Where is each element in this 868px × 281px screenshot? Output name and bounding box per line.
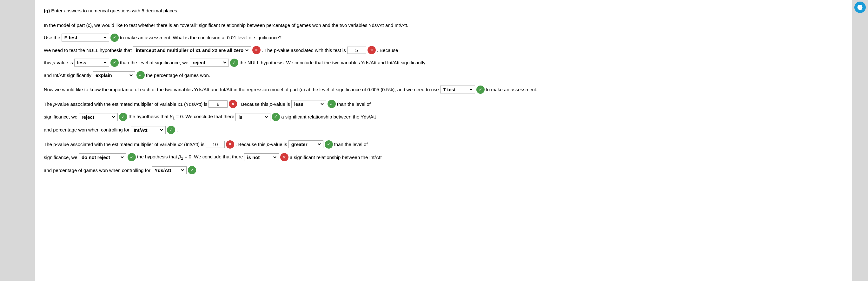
x2-control-select[interactable]: Yds/Att Int/Att bbox=[153, 167, 185, 173]
null-hyp-select[interactable]: intercept and multiplier of x1 and x2 ar… bbox=[134, 47, 249, 53]
explain-select-container[interactable]: explain do not explain bbox=[93, 71, 135, 79]
null-conclusion-text: the NULL hypothesis. We conclude that th… bbox=[240, 58, 426, 68]
explain-check-icon: ✓ bbox=[136, 71, 145, 79]
x2-greater-select[interactable]: greater less bbox=[290, 141, 322, 147]
x1-sig-rel-text: a significant relationship between the Y… bbox=[281, 112, 376, 122]
para1-line5: and Int/Att significantly explain do not… bbox=[44, 70, 843, 80]
x1-is-select-container[interactable]: is is not bbox=[236, 113, 270, 121]
x2-reject-select-container[interactable]: do not reject reject bbox=[79, 153, 126, 161]
x2-isnot-select[interactable]: is not is bbox=[246, 154, 277, 160]
main-content: (g) Enter answers to numerical questions… bbox=[35, 0, 852, 281]
x1-control-select-container[interactable]: Int/Att Yds/Att bbox=[131, 126, 166, 134]
this-pvalue-text: this p-value is bbox=[44, 58, 73, 68]
pvalue-text: . The p-value associated with this test … bbox=[262, 45, 346, 56]
chat-icon[interactable] bbox=[854, 2, 866, 13]
pvalue-input[interactable] bbox=[347, 46, 366, 54]
test-check-icon: ✓ bbox=[111, 34, 119, 42]
para2-test-select[interactable]: T-test F-test bbox=[442, 86, 473, 93]
x1-pvalue-text: The p-value associated with the estimate… bbox=[44, 99, 207, 109]
less-check-icon: ✓ bbox=[111, 59, 119, 67]
x1-control-text: and percentage won when controlling for bbox=[44, 125, 129, 135]
x1-reject-select-container[interactable]: reject do not reject bbox=[79, 113, 118, 121]
para2-test-select-container[interactable]: T-test F-test bbox=[440, 85, 475, 94]
than-sig-text: than the level of significance, we bbox=[120, 58, 188, 68]
less-select[interactable]: less greater bbox=[76, 60, 107, 66]
x1-less-select-container[interactable]: less greater bbox=[291, 100, 326, 108]
to-make-text: to make an assessment. What is the concl… bbox=[120, 33, 281, 43]
section-instruction: Enter answers to numerical questions wit… bbox=[51, 6, 178, 16]
left-sidebar bbox=[0, 0, 35, 281]
null-hyp-intro: We need to test the NULL hypothesis that bbox=[44, 45, 132, 56]
para2-check-icon: ✓ bbox=[476, 85, 485, 94]
because-text: . Because bbox=[377, 45, 398, 56]
less-select-container[interactable]: less greater bbox=[74, 59, 109, 67]
x1-pvalue-input[interactable] bbox=[209, 100, 227, 108]
test-select-container[interactable]: F-test T-test Chi-square test bbox=[62, 34, 109, 41]
para1-line4: this p-value is less greater ✓ than the … bbox=[44, 58, 843, 68]
x1-less-check-icon: ✓ bbox=[328, 100, 336, 108]
x2-greater-select-container[interactable]: greater less bbox=[288, 140, 323, 148]
x2-sig-rel-text: a significant relationship between the I… bbox=[290, 152, 381, 163]
para2-intro-text: Now we would like to know the importance… bbox=[44, 84, 439, 95]
section-label: (g) bbox=[44, 6, 50, 16]
x2-reject-select[interactable]: do not reject reject bbox=[80, 154, 125, 160]
null-hyp-x-icon: ✕ bbox=[252, 46, 260, 54]
test-select[interactable]: F-test T-test Chi-square test bbox=[63, 35, 107, 40]
x1-is-check-icon: ✓ bbox=[272, 113, 280, 121]
x2-significance-text: significance, we bbox=[44, 152, 78, 163]
x2-isnot-select-container[interactable]: is not is bbox=[244, 153, 279, 161]
para4-line1: The p-value associated with the estimate… bbox=[44, 139, 843, 149]
x1-reject-select[interactable]: reject do not reject bbox=[80, 114, 116, 120]
section-header: (g) Enter answers to numerical questions… bbox=[44, 6, 843, 16]
x1-because-text: . Because this p-value is bbox=[238, 99, 290, 109]
para3-line2: significance, we reject do not reject ✓ … bbox=[44, 111, 843, 122]
x1-than-sig-text: than the level of bbox=[337, 99, 371, 109]
x2-greater-check-icon: ✓ bbox=[325, 140, 333, 149]
para2-to-make: to make an assessment. bbox=[486, 84, 538, 95]
right-sidebar bbox=[852, 0, 868, 281]
x2-control-check-icon: ✓ bbox=[188, 166, 196, 174]
para1-intro-text: In the model of part (c), we would like … bbox=[44, 20, 408, 30]
para1-line2: Use the F-test T-test Chi-square test ✓ … bbox=[44, 33, 843, 43]
x1-control-select[interactable]: Int/Att Yds/Att bbox=[132, 127, 164, 133]
x2-control-select-container[interactable]: Yds/Att Int/Att bbox=[152, 166, 187, 174]
para3-line1: The p-value associated with the estimate… bbox=[44, 99, 843, 109]
x1-control-check-icon: ✓ bbox=[167, 126, 175, 134]
explain-select[interactable]: explain do not explain bbox=[94, 72, 134, 78]
para4-line3: and percentage of games won when control… bbox=[44, 165, 843, 176]
x2-isnot-x-icon: ✕ bbox=[280, 153, 288, 161]
x1-significance-text: significance, we bbox=[44, 112, 78, 122]
x1-is-select[interactable]: is is not bbox=[237, 114, 269, 120]
x2-hyp-text: the hypothesis that β2 = 0. We conclude … bbox=[137, 152, 243, 163]
x1-reject-check-icon: ✓ bbox=[119, 113, 127, 121]
x2-period: . bbox=[197, 165, 199, 176]
para1-line3: We need to test the NULL hypothesis that… bbox=[44, 45, 843, 56]
x2-because-text: . Because this p-value is bbox=[236, 139, 287, 149]
use-the-text: Use the bbox=[44, 33, 60, 43]
para2-line1: Now we would like to know the importance… bbox=[44, 84, 843, 95]
reject-select[interactable]: reject do not reject bbox=[191, 60, 227, 66]
and-int-text: and Int/Att significantly bbox=[44, 70, 91, 80]
para1-line1: In the model of part (c), we would like … bbox=[44, 20, 843, 30]
pvalue-x-icon: ✕ bbox=[368, 46, 376, 54]
x1-hyp-text: the hypothesis that β1 = 0. We conclude … bbox=[128, 111, 234, 122]
x2-than-sig-text: than the level of bbox=[334, 139, 368, 149]
reject-select-container[interactable]: reject do not reject bbox=[190, 59, 229, 67]
x1-less-select[interactable]: less greater bbox=[293, 101, 325, 107]
para4-line2: significance, we do not reject reject ✓ … bbox=[44, 152, 843, 163]
reject-check-icon: ✓ bbox=[230, 59, 238, 67]
x1-pvalue-x-icon: ✕ bbox=[229, 100, 237, 108]
para3-line3: and percentage won when controlling for … bbox=[44, 125, 843, 135]
x2-control-text: and percentage of games won when control… bbox=[44, 165, 150, 176]
x2-pvalue-x-icon: ✕ bbox=[226, 140, 234, 149]
null-hyp-select-container[interactable]: intercept and multiplier of x1 and x2 ar… bbox=[133, 46, 251, 54]
final-text: the percentage of games won. bbox=[146, 70, 210, 80]
x2-reject-check-icon: ✓ bbox=[128, 153, 136, 161]
x2-pvalue-input[interactable] bbox=[206, 141, 225, 148]
x1-period: . bbox=[177, 125, 178, 135]
x2-pvalue-text: The p-value associated with the estimate… bbox=[44, 139, 205, 149]
